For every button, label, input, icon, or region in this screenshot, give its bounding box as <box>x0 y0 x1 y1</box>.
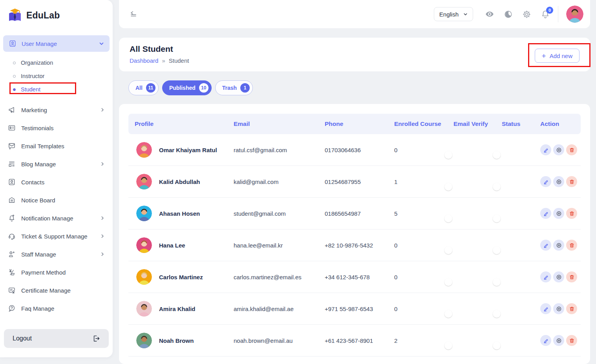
student-email: carlos.martinez@email.es <box>234 274 325 280</box>
sidebar-item-notification-manage[interactable]: Notification Manage <box>0 209 113 227</box>
edit-button[interactable] <box>540 335 551 346</box>
nav-label: Notification Manage <box>21 215 73 222</box>
edit-button[interactable] <box>540 208 551 219</box>
row-actions <box>540 176 581 187</box>
table-header-row: Profile Email Phone Enrolled Course Emai… <box>128 114 581 134</box>
view-button[interactable] <box>553 176 564 187</box>
sidebar-item-instructor[interactable]: Instructor <box>0 69 113 83</box>
nav-label: Blog Manage <box>21 161 56 167</box>
delete-button[interactable] <box>566 271 577 282</box>
sub-item-label: Organization <box>21 60 53 66</box>
edit-button[interactable] <box>540 144 551 155</box>
nav-label: Faq Manage <box>21 305 54 312</box>
delete-button[interactable] <box>566 208 577 219</box>
view-button[interactable] <box>553 335 564 346</box>
view-button[interactable] <box>553 271 564 282</box>
add-new-button[interactable]: + Add new <box>535 49 580 63</box>
sidebar-item-notice-board[interactable]: Notice Board <box>0 191 113 209</box>
delete-button[interactable] <box>566 335 577 346</box>
nav-label: Notice Board <box>21 197 55 204</box>
sidebar-collapse-icon[interactable] <box>129 10 138 18</box>
logout-button[interactable]: Logout <box>4 329 109 348</box>
view-button[interactable] <box>553 144 564 155</box>
eye-icon[interactable] <box>485 9 494 19</box>
sidebar-item-student[interactable]: Student <box>0 83 113 96</box>
view-button[interactable] <box>553 208 564 219</box>
student-name: Kalid Abdullah <box>159 178 200 185</box>
theme-moon-icon[interactable] <box>504 10 513 19</box>
topbar: English 0 <box>119 0 590 28</box>
delete-button[interactable] <box>566 303 577 314</box>
sidebar-group-user-manage[interactable]: User Manage <box>3 35 110 52</box>
filter-count-badge: 10 <box>199 83 208 93</box>
sidebar-item-testimonials[interactable]: Testimonials <box>0 119 113 137</box>
chevron-down-icon <box>99 41 104 46</box>
view-button[interactable] <box>553 240 564 251</box>
student-avatar <box>136 333 152 348</box>
edit-button[interactable] <box>540 176 551 187</box>
sidebar-item-marketing[interactable]: Marketing <box>0 101 113 119</box>
table-row: Carlos Martinez carlos.martinez@email.es… <box>128 261 581 293</box>
bullet-icon <box>13 88 16 91</box>
sidebar-item-payment-method[interactable]: Payment Method <box>0 263 113 281</box>
trash-icon <box>569 306 575 312</box>
breadcrumb-dashboard-link[interactable]: Dashboard <box>130 57 158 64</box>
settings-gear-icon[interactable] <box>522 10 531 19</box>
user-avatar[interactable] <box>566 5 583 23</box>
group-label: User Manage <box>22 40 57 47</box>
faq-icon <box>8 304 16 312</box>
student-phone: 01254687955 <box>325 178 394 185</box>
table-row: Kalid Abdullah kalid@gmail.com 012546879… <box>128 166 581 198</box>
student-name: Hana Lee <box>159 242 185 249</box>
sidebar-item-organization[interactable]: Organization <box>0 56 113 69</box>
student-avatar <box>136 142 152 158</box>
table-row: Noah Brown noah.brown@email.au +61 423-5… <box>128 325 581 357</box>
enrolled-course-count: 2 <box>394 337 453 344</box>
sidebar-item-ticket-support[interactable]: Ticket & Support Manage <box>0 227 113 245</box>
trash-icon <box>569 179 575 185</box>
enrolled-course-count: 0 <box>394 242 453 249</box>
nav-label: Email Templates <box>21 143 64 149</box>
filter-published[interactable]: Published 10 <box>162 80 212 95</box>
sidebar-item-contacts[interactable]: Contacts <box>0 173 113 191</box>
logo-text: EduLab <box>26 10 60 21</box>
user-plus-icon <box>8 250 16 258</box>
eye-icon <box>556 338 562 344</box>
filter-all[interactable]: All 11 <box>128 80 159 95</box>
student-avatar <box>136 237 152 253</box>
student-avatar <box>136 269 152 285</box>
trash-icon <box>569 211 575 217</box>
logout-icon <box>92 335 100 342</box>
column-header-enrolled: Enrolled Course <box>394 120 453 127</box>
language-select[interactable]: English <box>434 7 473 21</box>
sidebar-item-faq-manage[interactable]: Faq Manage <box>0 299 113 317</box>
sidebar-item-staff-manage[interactable]: Staff Manage <box>0 245 113 263</box>
delete-button[interactable] <box>566 240 577 251</box>
sidebar-item-certificate-manage[interactable]: Certificate Manage <box>0 281 113 299</box>
sidebar-item-blog-manage[interactable]: Blog Manage <box>0 155 113 173</box>
trash-icon <box>569 274 575 280</box>
filter-trash[interactable]: Trash 1 <box>215 80 253 95</box>
eye-icon <box>556 274 562 280</box>
student-phone: 01865654987 <box>325 210 394 217</box>
enrolled-course-count: 0 <box>394 274 453 280</box>
nav-label: Marketing <box>21 107 47 113</box>
sidebar-item-email-templates[interactable]: Email Templates <box>0 137 113 155</box>
sidebar-nav: Marketing Testimonials Email Templates B… <box>0 101 113 317</box>
delete-button[interactable] <box>566 176 577 187</box>
notification-bell[interactable]: 0 <box>541 9 550 19</box>
notice-icon <box>8 196 16 204</box>
edit-button[interactable] <box>540 240 551 251</box>
student-name: Amira Khalid <box>159 306 196 312</box>
profile-cell: Amira Khalid <box>128 301 234 317</box>
table-row: Omar Khaiyam Ratul ratul.csf@gmail.com 0… <box>128 134 581 166</box>
student-name: Omar Khaiyam Ratul <box>159 147 217 153</box>
delete-button[interactable] <box>566 144 577 155</box>
chevron-right-icon <box>100 216 105 220</box>
view-button[interactable] <box>553 303 564 314</box>
edit-button[interactable] <box>540 303 551 314</box>
nav-label: Certificate Manage <box>21 287 71 294</box>
edit-button[interactable] <box>540 271 551 282</box>
student-email: noah.brown@email.au <box>234 337 325 344</box>
page-title: All Student <box>130 44 580 54</box>
